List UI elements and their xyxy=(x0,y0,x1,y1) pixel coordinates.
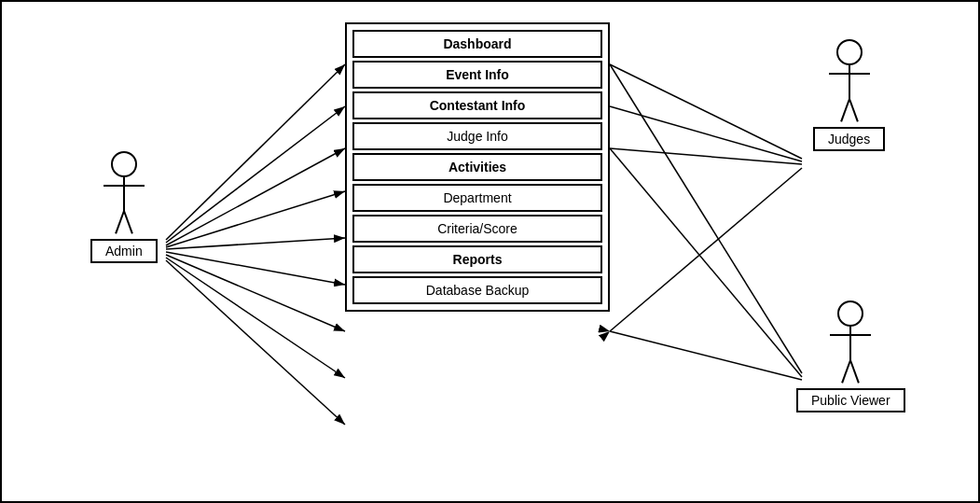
system-box: Dashboard Event Info Contestant Info Jud… xyxy=(345,22,610,312)
usecase-contestant-info: Contestant Info xyxy=(352,91,602,119)
judges-label-box: Judges xyxy=(813,127,885,151)
svg-line-5 xyxy=(166,191,345,247)
public-viewer-body xyxy=(849,327,851,360)
admin-label-box: Admin xyxy=(90,239,158,263)
admin-body xyxy=(123,177,125,211)
svg-line-14 xyxy=(610,168,802,331)
admin-legs xyxy=(104,211,145,235)
actor-judges: Judges xyxy=(813,39,885,151)
public-viewer-leg-left xyxy=(849,360,860,384)
usecase-department: Department xyxy=(352,184,602,212)
judges-figure xyxy=(829,39,870,123)
judges-arms xyxy=(829,73,870,75)
public-viewer-legs xyxy=(830,360,871,384)
usecase-reports: Reports xyxy=(352,245,602,273)
svg-line-16 xyxy=(610,148,802,377)
svg-line-7 xyxy=(166,252,345,285)
admin-leg-right xyxy=(115,211,125,234)
svg-line-13 xyxy=(610,148,802,164)
actor-admin: Admin xyxy=(90,151,158,263)
svg-line-2 xyxy=(166,64,345,240)
svg-line-6 xyxy=(166,238,345,249)
admin-label: Admin xyxy=(90,239,158,263)
usecase-activities: Activities xyxy=(352,153,602,181)
public-viewer-head xyxy=(837,300,863,327)
usecase-database-backup: Database Backup xyxy=(352,276,602,304)
actor-public-viewer: Public Viewer xyxy=(796,300,905,412)
judges-legs xyxy=(829,99,870,123)
svg-line-8 xyxy=(166,255,345,331)
judges-label: Judges xyxy=(813,127,885,151)
usecase-event-info: Event Info xyxy=(352,61,602,89)
public-viewer-leg-right xyxy=(841,360,851,384)
svg-line-4 xyxy=(166,148,345,245)
admin-leg-left xyxy=(123,211,133,234)
diagram-container: Admin Judges xyxy=(0,0,980,503)
usecase-judge-info: Judge Info xyxy=(352,122,602,150)
svg-line-17 xyxy=(610,331,802,380)
judges-body xyxy=(849,65,850,99)
usecase-criteria-score: Criteria/Score xyxy=(352,215,602,243)
svg-line-12 xyxy=(610,106,802,161)
judges-leg-left xyxy=(849,99,859,122)
admin-arms xyxy=(104,185,145,187)
svg-line-10 xyxy=(166,260,345,425)
judges-head xyxy=(836,39,863,65)
svg-line-9 xyxy=(166,258,345,378)
svg-line-11 xyxy=(610,64,802,159)
admin-head xyxy=(111,151,137,177)
svg-line-15 xyxy=(610,64,802,373)
public-viewer-label: Public Viewer xyxy=(796,388,905,412)
usecase-dashboard: Dashboard xyxy=(352,30,602,58)
svg-line-3 xyxy=(166,106,345,243)
judges-leg-right xyxy=(840,99,850,122)
public-viewer-label-box: Public Viewer xyxy=(796,388,905,412)
public-viewer-arms xyxy=(830,334,871,336)
admin-figure xyxy=(104,151,145,235)
public-viewer-figure xyxy=(830,300,871,384)
